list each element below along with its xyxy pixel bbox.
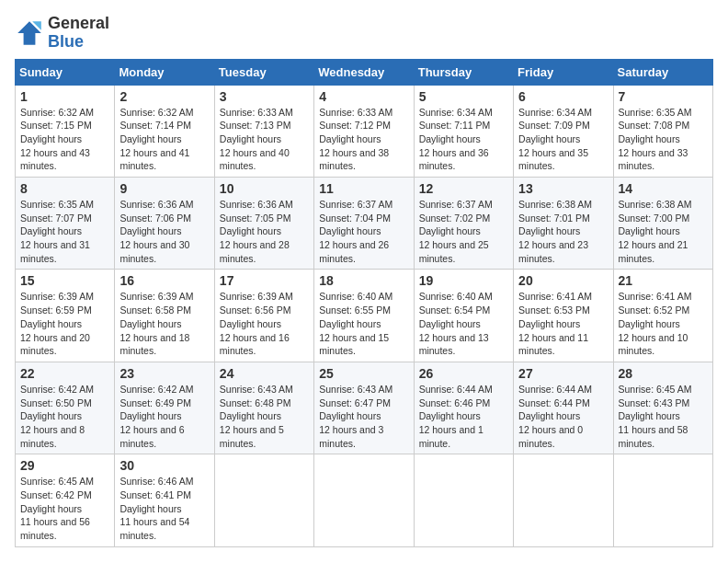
day-number: 16 xyxy=(119,273,209,288)
day-number: 26 xyxy=(419,366,508,381)
day-cell: 25 Sunrise: 6:43 AM Sunset: 6:47 PM Dayl… xyxy=(314,362,414,454)
day-info: Sunrise: 6:42 AM Sunset: 6:49 PM Dayligh… xyxy=(119,383,209,450)
day-number: 9 xyxy=(119,181,209,196)
day-cell: 2 Sunrise: 6:32 AM Sunset: 7:14 PM Dayli… xyxy=(115,85,214,177)
day-number: 13 xyxy=(518,181,608,196)
day-cell: 12 Sunrise: 6:37 AM Sunset: 7:02 PM Dayl… xyxy=(414,178,513,270)
day-info: Sunrise: 6:35 AM Sunset: 7:07 PM Dayligh… xyxy=(20,198,109,265)
day-cell: 22 Sunrise: 6:42 AM Sunset: 6:50 PM Dayl… xyxy=(16,362,115,454)
day-info: Sunrise: 6:43 AM Sunset: 6:48 PM Dayligh… xyxy=(220,383,309,450)
day-info: Sunrise: 6:40 AM Sunset: 6:55 PM Dayligh… xyxy=(319,290,408,357)
day-info: Sunrise: 6:44 AM Sunset: 6:44 PM Dayligh… xyxy=(518,383,608,450)
day-cell: 6 Sunrise: 6:34 AM Sunset: 7:09 PM Dayli… xyxy=(514,85,613,177)
day-cell: 19 Sunrise: 6:40 AM Sunset: 6:54 PM Dayl… xyxy=(414,270,513,362)
day-cell: 28 Sunrise: 6:45 AM Sunset: 6:43 PM Dayl… xyxy=(613,362,712,454)
day-number: 30 xyxy=(119,458,209,473)
day-number: 17 xyxy=(220,273,309,288)
day-cell xyxy=(214,454,313,546)
col-header-saturday: Saturday xyxy=(613,59,712,85)
week-row-3: 15 Sunrise: 6:39 AM Sunset: 6:59 PM Dayl… xyxy=(16,270,713,362)
week-row-4: 22 Sunrise: 6:42 AM Sunset: 6:50 PM Dayl… xyxy=(16,362,713,454)
day-info: Sunrise: 6:42 AM Sunset: 6:50 PM Dayligh… xyxy=(20,383,109,450)
day-info: Sunrise: 6:41 AM Sunset: 6:52 PM Dayligh… xyxy=(619,290,708,357)
day-number: 19 xyxy=(419,273,508,288)
col-header-thursday: Thursday xyxy=(414,59,513,85)
day-number: 23 xyxy=(119,366,209,381)
day-cell: 29 Sunrise: 6:45 AM Sunset: 6:42 PM Dayl… xyxy=(16,454,115,546)
day-number: 12 xyxy=(419,181,508,196)
day-cell: 23 Sunrise: 6:42 AM Sunset: 6:49 PM Dayl… xyxy=(115,362,214,454)
week-row-1: 1 Sunrise: 6:32 AM Sunset: 7:15 PM Dayli… xyxy=(16,85,713,177)
day-number: 29 xyxy=(20,458,109,473)
logo-blue: Blue xyxy=(48,32,84,51)
day-info: Sunrise: 6:39 AM Sunset: 6:59 PM Dayligh… xyxy=(20,290,109,357)
day-info: Sunrise: 6:37 AM Sunset: 7:04 PM Dayligh… xyxy=(319,198,408,265)
day-number: 27 xyxy=(518,366,608,381)
day-cell: 5 Sunrise: 6:34 AM Sunset: 7:11 PM Dayli… xyxy=(414,85,513,177)
logo-text: GeneralBlue xyxy=(48,15,109,52)
week-row-5: 29 Sunrise: 6:45 AM Sunset: 6:42 PM Dayl… xyxy=(16,454,713,546)
day-cell: 18 Sunrise: 6:40 AM Sunset: 6:55 PM Dayl… xyxy=(314,270,414,362)
day-number: 25 xyxy=(319,366,408,381)
col-header-tuesday: Tuesday xyxy=(214,59,313,85)
day-info: Sunrise: 6:34 AM Sunset: 7:09 PM Dayligh… xyxy=(518,106,608,173)
day-number: 28 xyxy=(619,366,708,381)
day-info: Sunrise: 6:39 AM Sunset: 6:58 PM Dayligh… xyxy=(119,290,209,357)
day-info: Sunrise: 6:34 AM Sunset: 7:11 PM Dayligh… xyxy=(419,106,508,173)
day-number: 24 xyxy=(220,366,309,381)
day-cell: 11 Sunrise: 6:37 AM Sunset: 7:04 PM Dayl… xyxy=(314,178,414,270)
day-info: Sunrise: 6:39 AM Sunset: 6:56 PM Dayligh… xyxy=(220,290,309,357)
day-number: 4 xyxy=(319,89,408,104)
day-cell: 20 Sunrise: 6:41 AM Sunset: 6:53 PM Dayl… xyxy=(514,270,613,362)
day-cell: 14 Sunrise: 6:38 AM Sunset: 7:00 PM Dayl… xyxy=(613,178,712,270)
day-number: 5 xyxy=(419,89,508,104)
week-row-2: 8 Sunrise: 6:35 AM Sunset: 7:07 PM Dayli… xyxy=(16,178,713,270)
day-info: Sunrise: 6:36 AM Sunset: 7:05 PM Dayligh… xyxy=(220,198,309,265)
day-cell: 21 Sunrise: 6:41 AM Sunset: 6:52 PM Dayl… xyxy=(613,270,712,362)
logo-icon xyxy=(15,18,44,48)
day-cell: 24 Sunrise: 6:43 AM Sunset: 6:48 PM Dayl… xyxy=(214,362,313,454)
day-cell xyxy=(514,454,613,546)
day-number: 3 xyxy=(220,89,309,104)
day-info: Sunrise: 6:45 AM Sunset: 6:42 PM Dayligh… xyxy=(20,475,109,542)
day-cell: 3 Sunrise: 6:33 AM Sunset: 7:13 PM Dayli… xyxy=(214,85,313,177)
day-cell: 7 Sunrise: 6:35 AM Sunset: 7:08 PM Dayli… xyxy=(613,85,712,177)
day-number: 15 xyxy=(20,273,109,288)
day-number: 6 xyxy=(518,89,608,104)
day-cell: 1 Sunrise: 6:32 AM Sunset: 7:15 PM Dayli… xyxy=(16,85,115,177)
calendar-header-row: SundayMondayTuesdayWednesdayThursdayFrid… xyxy=(16,59,713,85)
col-header-sunday: Sunday xyxy=(16,59,115,85)
day-number: 18 xyxy=(319,273,408,288)
day-number: 14 xyxy=(619,181,708,196)
col-header-friday: Friday xyxy=(514,59,613,85)
day-cell: 4 Sunrise: 6:33 AM Sunset: 7:12 PM Dayli… xyxy=(314,85,414,177)
day-number: 8 xyxy=(20,181,109,196)
day-info: Sunrise: 6:37 AM Sunset: 7:02 PM Dayligh… xyxy=(419,198,508,265)
day-info: Sunrise: 6:33 AM Sunset: 7:12 PM Dayligh… xyxy=(319,106,408,173)
day-cell: 27 Sunrise: 6:44 AM Sunset: 6:44 PM Dayl… xyxy=(514,362,613,454)
day-cell: 17 Sunrise: 6:39 AM Sunset: 6:56 PM Dayl… xyxy=(214,270,313,362)
day-cell: 26 Sunrise: 6:44 AM Sunset: 6:46 PM Dayl… xyxy=(414,362,513,454)
day-number: 2 xyxy=(119,89,209,104)
day-cell xyxy=(613,454,712,546)
day-info: Sunrise: 6:45 AM Sunset: 6:43 PM Dayligh… xyxy=(619,383,708,450)
logo-general: General xyxy=(48,15,109,33)
day-info: Sunrise: 6:35 AM Sunset: 7:08 PM Dayligh… xyxy=(619,106,708,173)
calendar-table: SundayMondayTuesdayWednesdayThursdayFrid… xyxy=(15,59,713,547)
day-cell xyxy=(314,454,414,546)
day-info: Sunrise: 6:41 AM Sunset: 6:53 PM Dayligh… xyxy=(518,290,608,357)
day-number: 11 xyxy=(319,181,408,196)
day-number: 20 xyxy=(518,273,608,288)
day-number: 22 xyxy=(20,366,109,381)
col-header-wednesday: Wednesday xyxy=(314,59,414,85)
day-info: Sunrise: 6:38 AM Sunset: 7:01 PM Dayligh… xyxy=(518,198,608,265)
day-number: 10 xyxy=(220,181,309,196)
day-cell xyxy=(414,454,513,546)
day-cell: 15 Sunrise: 6:39 AM Sunset: 6:59 PM Dayl… xyxy=(16,270,115,362)
page-header: GeneralBlue xyxy=(15,15,713,52)
day-cell: 10 Sunrise: 6:36 AM Sunset: 7:05 PM Dayl… xyxy=(214,178,313,270)
day-info: Sunrise: 6:43 AM Sunset: 6:47 PM Dayligh… xyxy=(319,383,408,450)
col-header-monday: Monday xyxy=(115,59,214,85)
day-cell: 30 Sunrise: 6:46 AM Sunset: 6:41 PM Dayl… xyxy=(115,454,214,546)
day-number: 21 xyxy=(619,273,708,288)
